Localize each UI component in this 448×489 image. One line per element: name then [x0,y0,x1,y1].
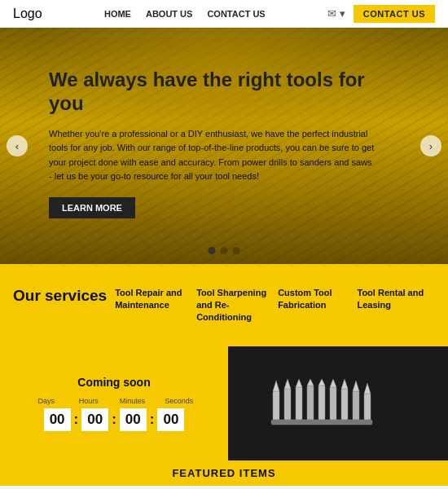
countdown-area: Coming soon Days Hours Minutes Seconds 0… [0,346,228,460]
sep-1: : [74,412,79,428]
hero-section: ‹ We always have the right tools for you… [0,28,448,264]
tool-image [265,379,411,428]
service-item-1[interactable]: Tool Repair and Maintenance [115,287,196,324]
svg-marker-15 [353,381,359,391]
svg-marker-9 [318,379,325,385]
svg-rect-6 [307,385,314,420]
nav-logo: Logo [13,7,42,21]
svg-marker-5 [296,379,302,387]
svg-rect-12 [341,389,348,420]
svg-rect-8 [318,385,325,420]
hero-dot-3[interactable] [233,247,240,254]
service-item-3[interactable]: Custom Tool Fabrication [278,287,357,324]
hero-text: Whether you're a professional or a DIY e… [49,127,375,184]
learn-more-button[interactable]: LEARN MORE [49,197,135,218]
label-minutes: Minutes [120,397,146,405]
coming-soon-title: Coming soon [77,376,150,389]
label-hours: Hours [77,397,100,405]
hero-dots [209,247,240,254]
label-seconds: Seconds [165,397,193,405]
countdown-values: 00 : 00 : 00 : 00 [44,408,185,431]
bottom-section: Coming soon Days Hours Minutes Seconds 0… [0,346,448,460]
svg-marker-3 [284,379,291,389]
countdown-hours: 00 [81,408,108,431]
hero-content: We always have the right tools for you W… [0,28,448,235]
svg-rect-2 [284,389,291,420]
drill-bits-svg [265,379,411,428]
dark-image-area [228,346,448,460]
svg-marker-7 [307,379,314,385]
svg-marker-11 [330,379,336,387]
hero-dot-2[interactable] [221,247,228,254]
sep-2: : [112,412,116,428]
nav-links: HOME ABOUT US CONTACT US [104,9,266,19]
hero-next-button[interactable]: › [420,135,441,156]
services-title: Our services [13,287,107,306]
contact-us-button[interactable]: CONTACT US [354,5,435,23]
nav-home[interactable]: HOME [104,9,131,19]
hero-prev-button[interactable]: ‹ [7,135,28,156]
nav-contact[interactable]: CONTACT US [207,9,265,19]
svg-marker-1 [273,381,279,391]
hero-dot-1[interactable] [209,247,216,254]
service-item-4[interactable]: Tool Rental and Leasing [357,287,435,324]
svg-marker-13 [341,379,348,389]
svg-rect-18 [271,420,372,425]
countdown-seconds: 00 [157,408,184,431]
featured-bar: FEATURED ITEMS [0,460,448,486]
svg-rect-0 [273,391,279,420]
featured-label: FEATURED ITEMS [172,467,275,479]
label-days: Days [35,397,58,405]
hero-title: We always have the right tools for you [49,68,399,116]
email-icon[interactable]: ✉ ▾ [327,7,345,20]
nav-about[interactable]: ABOUT US [146,9,192,19]
svg-rect-14 [353,391,359,420]
sep-3: : [150,412,155,428]
svg-rect-4 [296,387,302,420]
service-item-2[interactable]: Tool Sharpening and Re-Conditioning [196,287,278,324]
services-section: Our services Tool Repair and Maintenance… [0,264,448,346]
svg-rect-16 [364,394,371,420]
countdown-minutes: 00 [120,408,147,431]
svg-rect-10 [330,387,336,420]
navbar: Logo HOME ABOUT US CONTACT US ✉ ▾ CONTAC… [0,0,448,28]
nav-right: ✉ ▾ CONTACT US [327,5,435,23]
svg-marker-17 [364,383,371,394]
services-items: Tool Repair and Maintenance Tool Sharpen… [115,287,435,324]
countdown-days: 00 [44,408,71,431]
countdown-labels: Days Hours Minutes Seconds [35,397,194,405]
